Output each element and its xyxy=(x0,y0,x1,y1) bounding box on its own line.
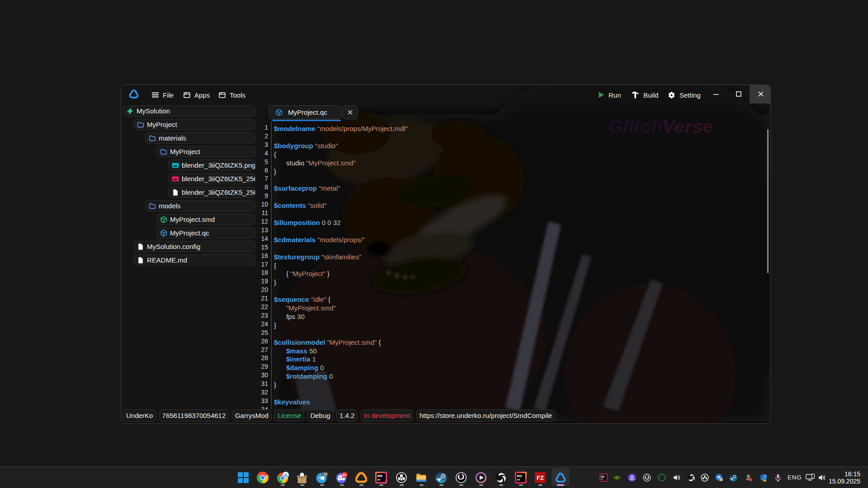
svg-text:9+: 9+ xyxy=(343,473,347,477)
svg-text:RD: RD xyxy=(601,475,604,478)
svg-text:FZ: FZ xyxy=(537,474,544,481)
svg-text:RR: RR xyxy=(377,474,383,478)
svg-text:6: 6 xyxy=(720,478,722,481)
svg-text:.36: .36 xyxy=(323,473,327,476)
svg-text:RD: RD xyxy=(517,474,523,478)
